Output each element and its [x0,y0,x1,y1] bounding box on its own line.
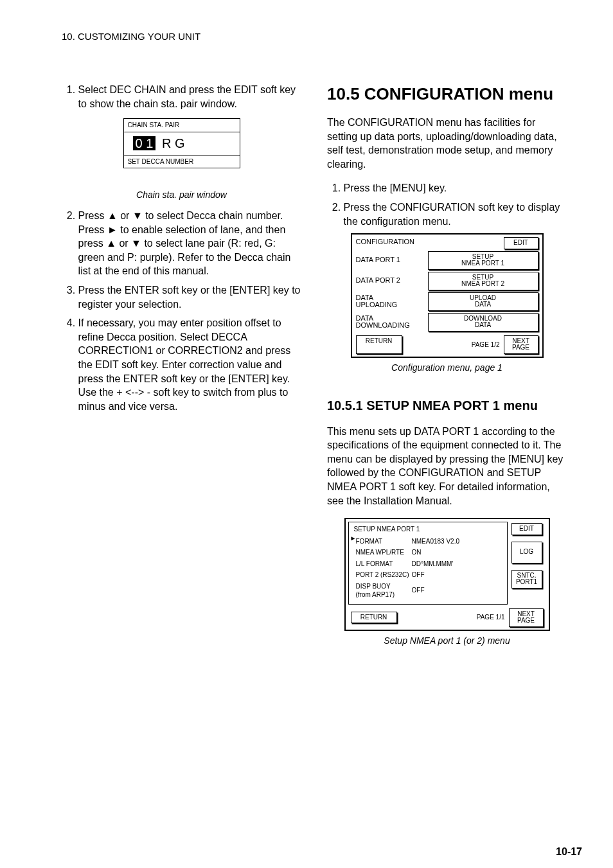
config-menu-title: CONFIGURATION [356,237,504,247]
page-number: 10-17 [556,846,582,858]
chain-window-values: 0 1 R G [124,132,240,155]
section-10-5-name: CONFIGURATION menu [364,84,553,103]
section-10-5-1-body: This menu sets up DATA PORT 1 according … [327,425,567,508]
section-10-5-1-title: 10.5.1 SETUP NMEA PORT 1 menu [327,397,567,414]
return-softkey[interactable]: RETURN [351,612,397,624]
chain-window-title: CHAIN STA. PAIR [124,119,240,132]
left-step-2: Press ▲ or ▼ to select Decca chain numbe… [78,209,301,278]
nmea-page-indicator: PAGE 1/1 [477,613,505,622]
next-page-softkey[interactable]: NEXT PAGE [509,608,544,627]
left-step-4: If necessary, you may enter position off… [78,316,301,413]
config-row-label: DATA UPLOADING [356,294,414,309]
running-header: 10. CUSTOMIZING YOUR UNIT [62,31,567,42]
right-column: 10.5 CONFIGURATION menu The CONFIGURATIO… [327,83,567,655]
chain-sta-pair-window: CHAIN STA. PAIR 0 1 R G SET DECCA NUMBER [123,118,240,168]
chain-window-hint: SET DECCA NUMBER [124,155,240,168]
edit-softkey[interactable]: EDIT [511,523,542,535]
next-page-softkey[interactable]: NEXT PAGE [504,335,538,354]
section-10-5-title: 10.5 CONFIGURATION menu [327,83,567,105]
section-10-5-step-1: Press the [MENU] key. [344,181,567,195]
nmea-row-val: OFF [411,570,461,580]
sntc-port1-softkey[interactable]: SNTC. PORT1 [511,570,542,589]
nmea-row-val: NMEA0183 V2.0 [411,536,461,547]
section-10-5-intro: The CONFIGURATION menu has facilities fo… [327,116,567,171]
edit-softkey[interactable]: EDIT [504,237,538,249]
config-row-label: DATA PORT 1 [356,256,414,264]
config-row-label: DATA DOWNLOADING [356,315,414,330]
section-10-5-1-name: SETUP NMEA PORT 1 menu [366,398,538,412]
upload-data-softkey[interactable]: UPLOAD DATA [428,292,538,311]
nmea-menu-title: SETUP NMEA PORT 1 [354,525,506,534]
configuration-menu-figure: CONFIGURATION EDIT DATA PORT 1 SETUP NME… [351,233,544,358]
return-softkey[interactable]: RETURN [356,335,402,354]
chain-number: 0 1 [133,136,156,150]
section-10-5-1-number: 10.5.1 [327,398,363,412]
left-step-1: Select DEC CHAIN and press the EDIT soft… [78,83,301,111]
section-10-5-step-2: Press the CONFIGURATION soft key to disp… [344,200,567,228]
nmea-row-val: OFF [411,581,461,600]
nmea-port-1-menu-figure: ► SETUP NMEA PORT 1 FORMATNMEA0183 V2.0 … [344,518,550,631]
left-column: Select DEC CHAIN and press the EDIT soft… [62,83,301,655]
figure-caption-2: Configuration menu, page 1 [327,362,567,374]
nmea-row-key: L/L FORMAT [355,559,410,569]
nmea-row-key: FORMAT [355,536,410,547]
selection-pointer-icon: ► [350,534,357,543]
nmea-row-val: ON [411,547,461,558]
download-data-softkey[interactable]: DOWNLOAD DATA [428,313,538,332]
config-page-indicator: PAGE 1/2 [472,341,500,350]
nmea-row-val: DD°MM.MMM' [411,559,461,569]
setup-nmea-port-2-softkey[interactable]: SETUP NMEA PORT 2 [428,272,538,290]
section-10-5-number: 10.5 [327,84,360,103]
nmea-row-key: NMEA WPL/RTE [355,547,410,558]
figure-caption-3: Setup NMEA port 1 (or 2) menu [327,635,567,647]
nmea-row-key: PORT 2 (RS232C) [355,570,410,580]
chain-pair: R G [162,136,185,150]
left-step-3: Press the ENTER soft key or the [ENTER] … [78,283,301,311]
log-softkey[interactable]: LOG [511,542,542,563]
setup-nmea-port-1-softkey[interactable]: SETUP NMEA PORT 1 [428,251,538,270]
nmea-row-key: DISP BUOY (from ARP17) [355,581,410,600]
figure-caption-1: Chain sta. pair window [62,189,301,201]
config-row-label: DATA PORT 2 [356,277,414,285]
